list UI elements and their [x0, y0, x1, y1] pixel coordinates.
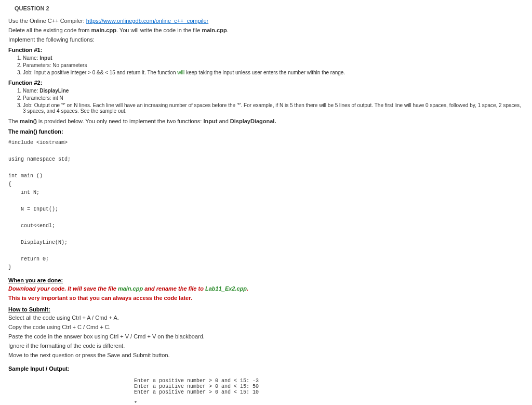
func2-list: Name: DisplayLine Parameters: int N Job:… — [23, 88, 524, 114]
download-a: Download your code. It will save the fil… — [8, 285, 118, 292]
question-title: QUESTION 2 — [15, 5, 524, 11]
intro-delete-b: . You will write the code in the file — [116, 27, 202, 33]
howto-l1: Select all the code using Ctrl + A / Cmd… — [8, 315, 524, 321]
func1-name-val: Input — [39, 55, 52, 61]
func2-job: Job: Output one '*' on N lines. Each lin… — [23, 102, 524, 114]
intro-maincpp2: main.cpp — [202, 27, 227, 33]
sample-container: Enter a positive number > 0 and < 15: 20… — [8, 378, 524, 405]
intro-delete: Delete all the existing code from main.c… — [8, 27, 524, 33]
func1-name-prefix: Name: — [23, 55, 39, 61]
main-note-c: and — [217, 118, 230, 124]
func2-params: Parameters: int N — [23, 95, 524, 101]
intro-compiler-prefix: Use the Online C++ Compiler: — [8, 18, 86, 24]
code-block: #include <iostream> using namespace std;… — [8, 139, 524, 272]
main-note-b: is provided below. You only need to impl… — [37, 118, 203, 124]
func1-name: Name: Input — [23, 55, 524, 61]
download-line2: This is very important so that you can a… — [8, 295, 524, 301]
download-c: . — [247, 285, 248, 292]
sample-right-wrap: Enter a positive number > 0 and < 15: -3… — [134, 378, 259, 405]
func2-name: Name: DisplayLine — [23, 88, 524, 94]
howto-l3: Paste the code in the answer box using C… — [8, 333, 524, 339]
download-green: main.cpp — [118, 285, 143, 292]
func1-list: Name: Input Parameters: No parameters Jo… — [23, 55, 524, 75]
sample-right: Enter a positive number > 0 and < 15: -3… — [134, 378, 259, 405]
intro-implement: Implement the following functions: — [8, 36, 524, 43]
main-head: The main() function: — [8, 128, 524, 135]
func1-params: Parameters: No parameters — [23, 62, 524, 68]
func1-job-a: Job: Input a positive integer > 0 && < 1… — [23, 70, 177, 75]
howto-head: How to Submit: — [8, 306, 524, 312]
sample-head: Sample Input / Output: — [8, 365, 524, 372]
download-b: and rename the file to — [143, 285, 205, 292]
howto-l4: Ignore if the formatting of the code is … — [8, 343, 524, 349]
intro-compiler: Use the Online C++ Compiler: https://www… — [8, 18, 524, 24]
download-line1: Download your code. It will save the fil… — [8, 285, 524, 292]
howto-l2: Copy the code using Ctrl + C / Cmd + C. — [8, 324, 524, 330]
func2-name-prefix: Name: — [23, 88, 39, 94]
main-note-dd: DisplayDiagonal. — [230, 118, 276, 124]
func2-name-val: DisplayLine — [39, 88, 69, 94]
main-note: The main() is provided below. You only n… — [8, 118, 524, 124]
func1-job-green: will — [177, 70, 184, 75]
func1-head: Function #1: — [8, 47, 524, 53]
when-done: When you are done: — [8, 277, 524, 283]
download-green2: Lab11_Ex2.cpp — [205, 285, 247, 292]
main-note-input: Input — [203, 118, 217, 124]
func2-head: Function #2: — [8, 80, 524, 86]
compiler-link[interactable]: https://www.onlinegdb.com/online_c++_com… — [86, 18, 208, 24]
func1-job-b: keep taking the input unless user enters… — [184, 70, 345, 75]
howto-l5: Move to the next question or press the S… — [8, 352, 524, 358]
intro-maincpp1: main.cpp — [91, 27, 116, 33]
intro-delete-c: . — [227, 27, 229, 33]
func1-job: Job: Input a positive integer > 0 && < 1… — [23, 70, 524, 75]
main-note-a: The — [8, 118, 20, 124]
main-note-main: main() — [20, 118, 37, 124]
intro-delete-a: Delete all the existing code from — [8, 27, 91, 33]
